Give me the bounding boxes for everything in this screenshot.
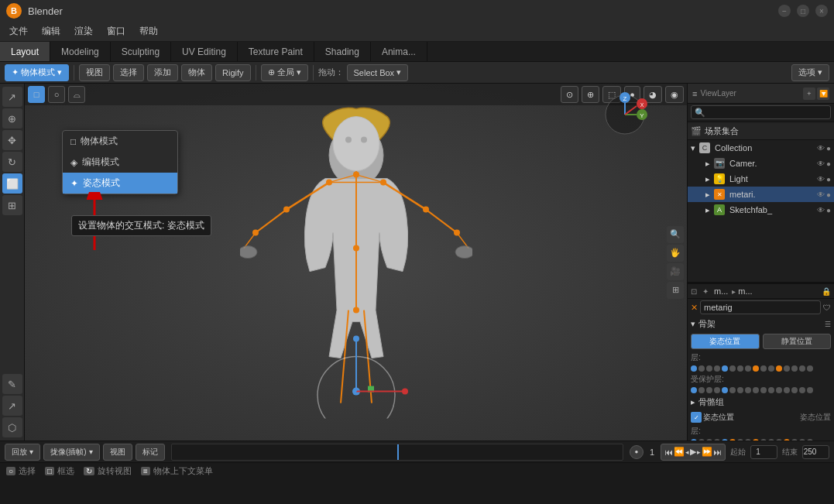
prev-keyframe-btn[interactable]: ◂ <box>685 448 689 456</box>
bone-groups-header[interactable]: ▸ 骨骼组 <box>688 394 834 410</box>
visibility-icon[interactable]: 👁 <box>817 144 825 153</box>
prot-dot-11[interactable] <box>768 387 774 393</box>
tab-shading[interactable]: Shading <box>314 42 371 61</box>
outliner-filter-btn[interactable]: 🔽 <box>817 87 829 100</box>
prot-dot-1[interactable] <box>691 387 697 393</box>
close-button[interactable]: × <box>815 5 828 17</box>
camera-vis-icon[interactable]: 👁 <box>817 159 825 168</box>
prot-dot-15[interactable] <box>799 387 805 393</box>
camera-render-icon[interactable]: ● <box>826 159 831 168</box>
scale-tool-btn[interactable]: ⬜ <box>2 173 22 194</box>
outliner-item-metarig[interactable]: ▸ ✕ metari. 👁 ● <box>688 187 834 202</box>
outliner-add-btn[interactable]: + <box>803 87 815 100</box>
prot-dot-16[interactable] <box>807 387 813 393</box>
markers-menu[interactable]: 标记 <box>136 444 165 461</box>
light-render-icon[interactable]: ● <box>826 175 831 183</box>
menu-window[interactable]: 窗口 <box>101 23 132 39</box>
tab-texture-paint[interactable]: Texture Paint <box>238 42 314 61</box>
object-name-input[interactable] <box>700 300 821 314</box>
sync-menu[interactable]: 拢像(插帧) ▾ <box>43 444 100 461</box>
rest-position-btn[interactable]: 静置位置 <box>763 334 832 349</box>
prot-dot-6[interactable] <box>729 387 736 393</box>
pose-position-btn[interactable]: 姿态位置 <box>691 334 760 349</box>
tab-uv-editing[interactable]: UV Editing <box>171 42 238 61</box>
view-grid-btn[interactable]: ⊞ <box>667 282 684 299</box>
layer-dot-10[interactable] <box>760 365 767 372</box>
cursor-tool-btn[interactable]: ⊕ <box>2 108 22 129</box>
prot-dot-14[interactable] <box>791 387 798 393</box>
mode-pose[interactable]: ✦ 姿态模式 <box>63 173 177 194</box>
mode-selector[interactable]: ✦ 物体模式 ▾ <box>5 64 69 81</box>
armature-menu-icon[interactable]: ☰ <box>825 321 831 328</box>
layer2-dot-5[interactable] <box>722 439 728 441</box>
measure-tool-btn[interactable]: ↗ <box>2 396 22 416</box>
tab-animation[interactable]: Animа... <box>371 42 427 61</box>
layer-dot-4[interactable] <box>714 365 720 372</box>
layer2-dot-12[interactable] <box>776 439 782 441</box>
shading-render-btn[interactable]: ◉ <box>665 86 684 103</box>
start-frame-input[interactable] <box>750 445 777 459</box>
outliner-item-sketchfab[interactable]: ▸ A Sketchfab_ 👁 ● <box>688 202 834 218</box>
overlay-btn[interactable]: ⊙ <box>561 86 578 103</box>
layer2-dot-8[interactable] <box>745 439 751 441</box>
layer2-dot-10[interactable] <box>760 439 767 441</box>
select-box-btn[interactable]: □ <box>28 86 45 103</box>
select-menu[interactable]: 选择 <box>113 64 144 81</box>
layer2-dot-11[interactable] <box>768 439 774 441</box>
prev-frame-btn[interactable]: ⏪ <box>674 447 685 457</box>
prot-dot-2[interactable] <box>698 387 705 393</box>
annotate-tool-btn[interactable]: ✎ <box>2 374 22 394</box>
add-menu[interactable]: 添加 <box>147 64 178 81</box>
rigify-menu[interactable]: Rigify <box>215 64 251 81</box>
outliner-item-camera[interactable]: ▸ 📷 Camer. 👁 ● <box>688 156 834 171</box>
layer2-dot-16[interactable] <box>807 439 813 441</box>
layer2-dot-9[interactable] <box>753 439 759 441</box>
selectbox-btn[interactable]: Select Box ▾ <box>347 64 409 81</box>
select-tool-btn[interactable]: ↗ <box>2 87 22 107</box>
layer2-dot-2[interactable] <box>698 439 705 441</box>
menu-edit[interactable]: 编辑 <box>36 23 67 39</box>
outliner-item-collection[interactable]: ▾ C Collection 👁 ● <box>688 140 834 156</box>
metarig-vis-icon[interactable]: 👁 <box>817 190 825 199</box>
render-icon[interactable]: ● <box>826 144 831 153</box>
zoom-out-btn[interactable]: 🖐 <box>667 245 684 262</box>
add-cube-btn[interactable]: ⬡ <box>2 417 22 437</box>
global-selector[interactable]: ⊕ 全局 ▾ <box>261 64 308 81</box>
layer-dot-16[interactable] <box>807 365 813 372</box>
options-btn[interactable]: 选项 ▾ <box>791 64 829 81</box>
timeline-view-menu[interactable]: 视图 <box>103 444 132 461</box>
layer2-dot-13[interactable] <box>784 439 790 441</box>
prot-dot-4[interactable] <box>714 387 720 393</box>
prot-dot-3[interactable] <box>706 387 712 393</box>
layer-dot-13[interactable] <box>784 365 790 372</box>
layer-dot-15[interactable] <box>799 365 805 372</box>
layer-dot-6[interactable] <box>729 365 736 372</box>
layer-dot-2[interactable] <box>698 365 705 372</box>
mode-object[interactable]: □ 物体模式 <box>63 131 177 152</box>
sketchfab-vis-icon[interactable]: 👁 <box>817 206 825 214</box>
prot-dot-13[interactable] <box>784 387 790 393</box>
layer-dot-11[interactable] <box>768 365 774 372</box>
transform-tool-btn[interactable]: ⊞ <box>2 195 22 215</box>
layer2-dot-6[interactable] <box>729 439 736 441</box>
next-frame-btn[interactable]: ⏩ <box>702 447 712 457</box>
camera-view-btn[interactable]: 🎥 <box>667 263 684 280</box>
tab-layout[interactable]: Layout <box>0 42 50 61</box>
timeline-track[interactable] <box>171 444 623 461</box>
layer-dot-9[interactable] <box>753 365 759 372</box>
metarig-render-icon[interactable]: ● <box>826 190 831 199</box>
layer-dot-8[interactable] <box>745 365 751 372</box>
layer-dot-5[interactable] <box>722 365 728 372</box>
prot-dot-7[interactable] <box>737 387 743 393</box>
move-tool-btn[interactable]: ✥ <box>2 130 22 150</box>
select-circle-btn[interactable]: ○ <box>48 86 65 103</box>
jump-start-btn[interactable]: ⏮ <box>664 447 673 457</box>
outliner-search-input[interactable] <box>691 105 831 119</box>
prot-dot-12[interactable] <box>776 387 782 393</box>
minimize-button[interactable]: − <box>778 5 791 17</box>
object-menu[interactable]: 物体 <box>181 64 212 81</box>
next-keyframe-btn[interactable]: ▸ <box>697 448 701 456</box>
layer2-dot-7[interactable] <box>737 439 743 441</box>
layer-dot-1[interactable] <box>691 365 697 372</box>
layer-dot-3[interactable] <box>706 365 712 372</box>
